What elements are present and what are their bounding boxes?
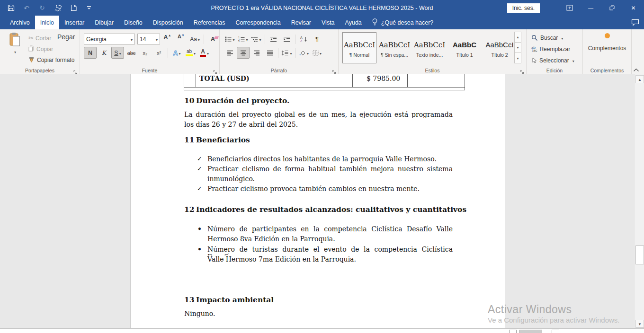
tab-diseno[interactable]: Diseño — [119, 16, 148, 29]
web-layout-button[interactable] — [552, 330, 559, 333]
style-normal[interactable]: AaBbCcI ¶ Normal — [342, 32, 376, 63]
show-paragraph-marks-button[interactable]: ¶ — [311, 33, 323, 45]
tab-insertar[interactable]: Insertar — [59, 16, 89, 29]
read-mode-button[interactable] — [509, 330, 517, 333]
styles-gallery-more-button[interactable] — [514, 53, 521, 63]
cut-button[interactable]: ✂ Cortar — [28, 33, 74, 43]
numbered-list-button[interactable]: 123 — [237, 33, 250, 45]
paste-button[interactable]: Pegar — [4, 32, 26, 66]
table-row[interactable]: TOTAL (USD) $ 7985.00 — [184, 74, 465, 88]
group-label-estilos: Estilos — [339, 68, 526, 73]
tab-dibujar[interactable]: Dibujar — [89, 16, 119, 29]
styles-scroll-up-button[interactable] — [514, 32, 521, 43]
styles-scroll-down-button[interactable] — [514, 42, 521, 53]
bullet-list-button[interactable] — [224, 33, 236, 45]
dialog-launcher-icon[interactable] — [73, 68, 78, 73]
style-titulo-1[interactable]: AaBbC Título 1 — [447, 32, 482, 63]
tab-ayuda[interactable]: Ayuda — [340, 16, 367, 29]
text-effects-button[interactable]: A — [170, 47, 183, 59]
clear-formatting-button[interactable]: A — [206, 33, 219, 45]
table-cell-empty[interactable] — [184, 74, 196, 87]
group-label-edicion: Edición — [527, 68, 582, 73]
addin-dot-icon — [605, 33, 610, 38]
scroll-down-icon[interactable] — [635, 320, 644, 328]
paste-chevron-icon — [13, 48, 16, 55]
multilevel-list-button[interactable] — [250, 33, 263, 45]
scroll-up-icon[interactable] — [635, 75, 644, 83]
tell-me-box[interactable]: ¿Qué desea hacer? — [367, 16, 438, 29]
ribbon-display-options-icon[interactable] — [559, 0, 580, 16]
select-button[interactable]: Seleccionar — [531, 55, 574, 65]
group-estilos: AaBbCcI ¶ Normal AaBbCcI ¶ Sin espa... A… — [339, 29, 527, 74]
strikethrough-button[interactable]: abc — [125, 47, 138, 59]
yellow-highlight-bar — [186, 54, 193, 56]
scrollbar-thumb[interactable] — [635, 245, 644, 264]
customize-qat-icon[interactable] — [85, 4, 93, 12]
tab-correspondencia[interactable]: Correspondencia — [230, 16, 286, 29]
highlight-color-button[interactable]: ab — [184, 47, 197, 59]
decrease-indent-button[interactable] — [267, 33, 280, 45]
budget-table[interactable]: TOTAL (USD) $ 7985.00 — [184, 74, 465, 90]
tab-referencias[interactable]: Referencias — [188, 16, 231, 29]
align-center-button[interactable] — [237, 47, 250, 59]
shading-button[interactable] — [297, 47, 310, 59]
style-sin-espacio[interactable]: AaBbCcI ¶ Sin espa... — [377, 32, 411, 63]
save-icon[interactable] — [7, 4, 15, 12]
format-painter-button[interactable]: Copiar formato — [28, 55, 74, 65]
change-case-button[interactable]: Aa — [188, 33, 201, 45]
tab-revisar[interactable]: Revisar — [286, 16, 316, 29]
superscript-button[interactable]: x² — [152, 47, 165, 59]
dialog-launcher-icon[interactable] — [213, 68, 218, 73]
copy-icon — [28, 45, 35, 53]
align-left-button[interactable] — [224, 47, 236, 59]
justify-button[interactable] — [263, 47, 276, 59]
increase-indent-icon — [283, 36, 290, 42]
tab-disposicion[interactable]: Disposición — [148, 16, 188, 29]
close-button[interactable] — [623, 0, 644, 16]
font-name-combobox[interactable]: Georgia — [84, 34, 135, 44]
heading-13: 13 Impacto ambiental — [184, 295, 274, 304]
style-texto-independiente[interactable]: AaBbCcI Texto inde... — [412, 32, 447, 63]
align-right-button[interactable] — [250, 47, 263, 59]
document-page[interactable]: TOTAL (USD) $ 7985.00 10 Duración del pr… — [130, 74, 505, 329]
sign-in-button[interactable]: Inic. ses. — [507, 3, 540, 13]
vertical-scrollbar[interactable] — [634, 74, 644, 329]
grow-font-button[interactable]: A▲ — [161, 33, 174, 45]
increase-indent-button[interactable] — [280, 33, 293, 45]
borders-button[interactable] — [311, 47, 323, 59]
restore-button[interactable] — [601, 0, 623, 16]
tab-vista[interactable]: Vista — [316, 16, 340, 29]
style-titulo-2[interactable]: AaBbCcI Título 2 — [483, 32, 517, 63]
print-layout-button[interactable] — [519, 330, 542, 333]
sort-button[interactable]: AZ — [297, 33, 310, 45]
complementos-button[interactable]: Complementos — [583, 33, 631, 52]
underline-button[interactable]: S — [111, 47, 124, 59]
copy-button[interactable]: Copiar — [28, 44, 74, 54]
font-color-button[interactable]: A — [198, 47, 211, 59]
eraser-icon[interactable] — [54, 4, 62, 12]
collapse-ribbon-icon[interactable] — [632, 67, 640, 73]
redo-icon[interactable] — [38, 4, 46, 12]
dialog-launcher-icon[interactable] — [520, 68, 525, 73]
tab-inicio[interactable]: Inicio — [35, 16, 59, 29]
italic-button[interactable]: K — [98, 47, 110, 59]
paragraph-line: Ninguno. — [184, 310, 453, 317]
minimize-button[interactable] — [580, 0, 601, 16]
undo-icon[interactable] — [22, 4, 31, 12]
tab-archivo[interactable]: Archivo — [5, 16, 35, 29]
font-size-combobox[interactable]: 14 — [137, 34, 160, 44]
find-button[interactable]: Buscar — [531, 33, 574, 43]
table-cell-empty[interactable] — [408, 74, 465, 87]
new-document-icon[interactable] — [69, 4, 78, 12]
decrease-indent-icon — [270, 36, 277, 42]
shrink-font-button[interactable]: A▼ — [175, 33, 188, 45]
chevron-down-icon — [206, 50, 209, 56]
table-cell-total[interactable]: TOTAL (USD) — [196, 74, 353, 87]
subscript-button[interactable]: x₂ — [139, 47, 152, 59]
bold-button[interactable]: N — [84, 47, 97, 59]
table-cell-amount[interactable]: $ 7985.00 — [353, 74, 408, 87]
replace-button[interactable]: ab↓ac Reemplazar — [531, 44, 574, 54]
feedback-comment-icon[interactable] — [631, 16, 639, 29]
dialog-launcher-icon[interactable] — [332, 68, 337, 73]
line-spacing-button[interactable] — [280, 47, 293, 59]
